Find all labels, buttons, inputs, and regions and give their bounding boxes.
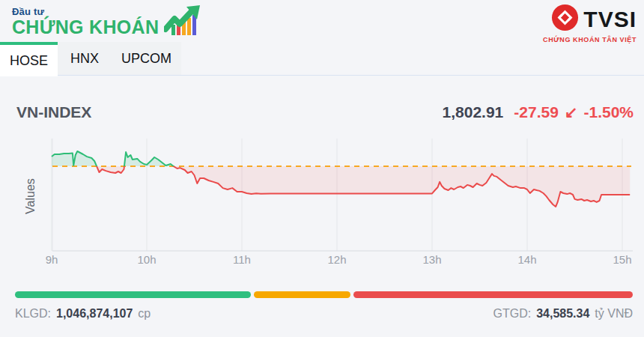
x-axis-tick-label: 14h [517, 253, 536, 266]
price-chart-canvas: 9h10h11h12h13h14h15hValues [0, 133, 644, 276]
y-axis-label: Values [24, 178, 37, 214]
brand-tagline: CHỨNG KHOÁN TÂN VIỆT [543, 36, 637, 43]
brand-name: TVSI [583, 8, 637, 31]
index-header: VN-INDEX 1,802.91 -27.59 ↙ -1.50% [0, 102, 644, 126]
breadth-segment-unchanged [254, 291, 350, 298]
tab-hose[interactable]: HOSE [0, 42, 58, 76]
market-breadth-bar [15, 291, 633, 298]
x-axis-tick-label: 13h [422, 253, 441, 266]
tabbar-divider [0, 75, 644, 76]
gtgd-value: 34,585.34 [536, 307, 589, 321]
gtgd-label: GTGD: [493, 307, 531, 321]
klgd-unit: cp [138, 307, 151, 321]
stats-row: KLGD: 1,046,874,107 cp GTGD: 34,585.34 t… [15, 307, 633, 321]
klgd-label: KLGD: [15, 307, 51, 321]
top-banner: Đầu tư CHỨNG KHOÁN T [0, 0, 644, 42]
dautu-chungkhoan-logo: Đầu tư CHỨNG KHOÁN [12, 5, 200, 37]
tvsi-logo: TVSI CHỨNG KHOÁN TÂN VIỆT [543, 4, 637, 43]
exchange-tabbar: HOSE HNX UPCOM [0, 42, 181, 75]
x-axis-tick-label: 15h [613, 253, 631, 266]
index-name: VN-INDEX [16, 103, 91, 121]
index-change: -27.59 ↙ -1.50% [514, 103, 634, 121]
klgd-value: 1,046,874,107 [56, 307, 133, 321]
index-value: 1,802.91 [443, 103, 504, 121]
down-left-arrow-icon: ↙ [565, 103, 578, 121]
x-axis-tick-label: 9h [46, 253, 58, 266]
index-change-pct: -1.50% [583, 103, 634, 121]
tab-hnx[interactable]: HNX [58, 42, 112, 75]
intraday-chart: 9h10h11h12h13h14h15hValues [0, 133, 644, 276]
logo-line1: Đầu tư [12, 7, 159, 17]
klgd-stat: KLGD: 1,046,874,107 cp [15, 307, 151, 321]
x-axis-tick-label: 12h [327, 253, 346, 266]
gtgd-unit: tỷ VNĐ [595, 307, 633, 321]
breadth-segment-advancers [15, 291, 251, 298]
x-axis-tick-label: 11h [233, 253, 251, 266]
tab-upcom[interactable]: UPCOM [112, 42, 181, 75]
index-change-abs: -27.59 [514, 103, 559, 121]
gtgd-stat: GTGD: 34,585.34 tỷ VNĐ [493, 307, 633, 321]
x-axis-tick-label: 10h [137, 253, 156, 266]
breadth-segment-decliners [353, 291, 633, 298]
tvsi-knot-icon [551, 4, 579, 34]
logo-line2: CHỨNG KHOÁN [12, 17, 159, 37]
rising-chart-arrow-icon [164, 5, 200, 37]
